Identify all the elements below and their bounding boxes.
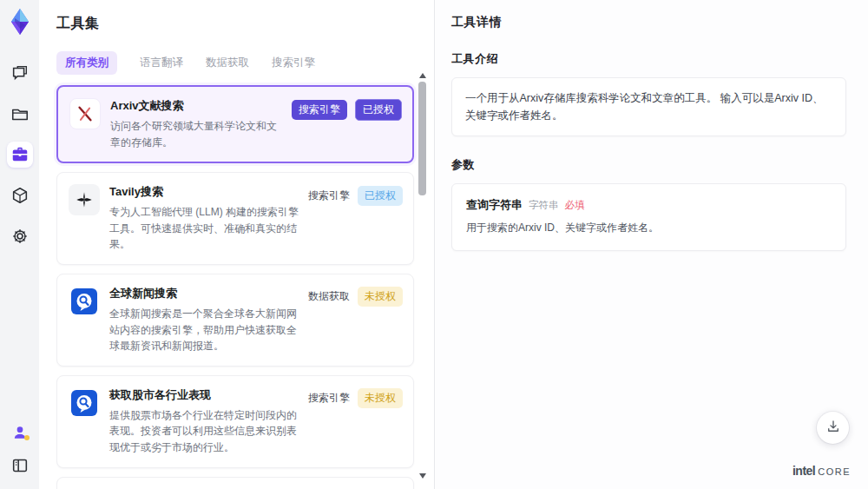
status-badge: 未授权 [358, 287, 403, 307]
left-rail [0, 0, 39, 489]
scrollbar-thumb[interactable] [418, 82, 426, 195]
chat-icon [10, 63, 30, 83]
intro-text: 一个用于从Arxiv存储库搜索科学论文和文章的工具。 输入可以是Arxiv ID… [465, 89, 832, 124]
intro-card: 一个用于从Arxiv存储库搜索科学论文和文章的工具。 输入可以是Arxiv ID… [451, 77, 846, 136]
gear-icon [10, 227, 30, 246]
param-name: 查询字符串 [466, 197, 523, 213]
status-badge: 未授权 [358, 388, 403, 408]
folder-icon [10, 104, 30, 123]
intel-core-logo: intel CORE [792, 464, 851, 478]
scroll-up-arrow-icon[interactable] [419, 73, 426, 78]
sidebar-item-files[interactable] [7, 101, 33, 127]
tool-list-panel: 工具集 所有类别 语言翻译 数据获取 搜索引擎 Arxiv文献搜索 访问各个研究… [39, 0, 434, 489]
tool-name: 获取股市各行业表现 [109, 387, 299, 403]
tool-card-tavily[interactable]: Tavily搜索 专为人工智能代理 (LLM) 构建的搜索引擎工具。可快速提供实… [56, 172, 414, 265]
tab-language-translation[interactable]: 语言翻译 [140, 56, 183, 70]
page-title: 工具集 [56, 15, 434, 33]
tool-card-sector-performance[interactable]: 获取股市各行业表现 提供股票市场各个行业在特定时间段内的表现。投资者可以利用这些… [56, 375, 414, 468]
tavily-icon [69, 184, 100, 215]
category-label: 搜索引擎 [308, 188, 350, 203]
tool-name: 全球新闻搜索 [109, 286, 299, 301]
tool-name: Tavily搜索 [109, 184, 299, 200]
tool-details-panel: 工具详情 工具介绍 一个用于从Arxiv存储库搜索科学论文和文章的工具。 输入可… [434, 0, 868, 489]
details-title: 工具详情 [451, 15, 846, 30]
tool-desc: 全球新闻搜索是一个聚合全球各大新闻网站内容的搜索引擎，帮助用户快速获取全球最新资… [109, 306, 299, 354]
category-badge: 搜索引擎 [292, 100, 347, 120]
download-icon [825, 419, 841, 438]
scroll-down-arrow-icon[interactable] [419, 473, 426, 479]
arxiv-icon [69, 98, 101, 129]
app-logo-icon [4, 6, 36, 37]
briefcase-icon [10, 145, 30, 164]
category-tabs: 所有类别 语言翻译 数据获取 搜索引擎 [56, 51, 434, 75]
params-heading: 参数 [451, 157, 846, 173]
tool-list: Arxiv文献搜索 访问各个研究领域大量科学论文和文章的存储库。 搜索引擎 已授… [56, 85, 414, 489]
intel-wordmark: intel [792, 464, 815, 478]
sidebar-item-packages[interactable] [7, 182, 33, 208]
tab-all-categories[interactable]: 所有类别 [56, 51, 117, 75]
param-required-flag: 必填 [565, 199, 585, 212]
tool-desc: 专为人工智能代理 (LLM) 构建的搜索引擎工具。可快速提供实时、准确和真实的结… [109, 204, 299, 253]
download-button[interactable] [817, 412, 849, 444]
tool-card-global-news[interactable]: 全球新闻搜索 全球新闻搜索是一个聚合全球各大新闻网站内容的搜索引擎，帮助用户快速… [56, 274, 414, 367]
status-badge: 已授权 [355, 99, 402, 121]
intro-heading: 工具介绍 [451, 51, 846, 67]
user-icon [11, 424, 29, 441]
scrollbar[interactable] [418, 73, 426, 479]
sidebar-item-tools[interactable] [7, 142, 33, 168]
sidebar-item-settings[interactable] [7, 223, 33, 249]
param-desc: 用于搜索的Arxiv ID、关键字或作者姓名。 [466, 221, 832, 235]
app-window: 工具集 所有类别 语言翻译 数据获取 搜索引擎 Arxiv文献搜索 访问各个研究… [0, 0, 868, 489]
tool-desc: 提供股票市场各个行业在特定时间段内的表现。投资者可以利用这些信息来识别表现优于或… [109, 407, 299, 456]
tool-desc: 访问各个研究领域大量科学论文和文章的存储库。 [110, 118, 282, 150]
param-card: 查询字符串 字符串 必填 用于搜索的Arxiv ID、关键字或作者姓名。 [451, 183, 846, 251]
tool-card-arxiv[interactable]: Arxiv文献搜索 访问各个研究领域大量科学论文和文章的存储库。 搜索引擎 已授… [56, 85, 414, 163]
panel-icon [10, 456, 30, 475]
category-label: 数据获取 [308, 289, 350, 304]
news-search-icon [69, 387, 100, 419]
core-wordmark: CORE [818, 466, 851, 477]
cube-icon [10, 186, 30, 205]
tool-name: Arxiv文献搜索 [110, 98, 282, 114]
status-badge: 已授权 [358, 186, 403, 206]
param-type: 字符串 [529, 199, 559, 212]
sidebar-item-collapse[interactable] [7, 453, 33, 479]
sidebar-item-chat[interactable] [7, 60, 33, 86]
tool-card-most-active-stocks[interactable]: 获取市场最活跃股票信息 提供当天交易量最高的股票列表。投资者可以利用这些信息来识… [56, 477, 414, 489]
news-search-icon [69, 286, 100, 317]
tab-data-fetch[interactable]: 数据获取 [206, 56, 249, 70]
category-label: 搜索引擎 [308, 391, 350, 406]
tab-search-engine[interactable]: 搜索引擎 [272, 56, 315, 70]
sidebar-item-account[interactable] [7, 420, 33, 446]
